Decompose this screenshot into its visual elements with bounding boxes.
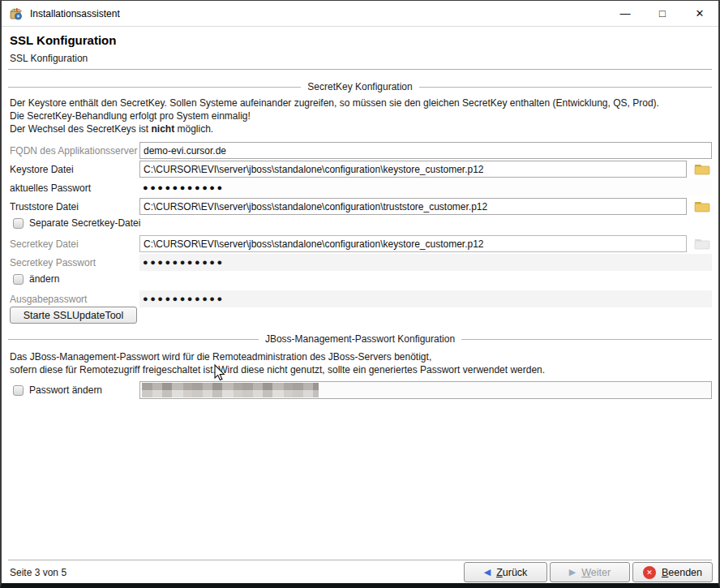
truststore-file-label: Truststore Datei <box>10 201 79 212</box>
quit-x-icon: ✕ <box>643 566 656 579</box>
divider <box>8 87 301 88</box>
secretkey-description: Der Keystore enthält den SecretKey. Soll… <box>10 97 659 135</box>
page-title: SSL Konfiguration <box>10 33 116 47</box>
fqdn-label: FQDN des Applikationsserver <box>10 145 137 157</box>
next-arrow-icon: ▶ <box>569 568 576 577</box>
close-button[interactable]: ✕ <box>681 1 718 26</box>
page-subtitle: SSL Konfiguration <box>10 53 88 64</box>
back-arrow-icon: ◀ <box>484 568 491 577</box>
output-password-field: ●●●●●●●●●●● <box>139 290 712 307</box>
secretkey-file-input <box>139 235 687 252</box>
truststore-file-input[interactable] <box>139 198 687 215</box>
page-indicator: Seite 3 von 5 <box>10 567 66 578</box>
secretkey-browse-button-disabled <box>692 235 712 252</box>
folder-icon <box>694 200 710 212</box>
separate-secretkey-checkbox[interactable] <box>13 218 24 229</box>
change-checkbox-label: ändern <box>29 273 59 285</box>
start-ssl-update-tool-button[interactable]: Starte SSLUpdateTool <box>10 307 137 324</box>
current-password-field[interactable]: ●●●●●●●●●●● <box>139 179 712 196</box>
folder-icon-disabled <box>694 238 710 250</box>
change-password-checkbox-row[interactable]: Passwort ändern <box>13 384 102 396</box>
quit-button[interactable]: ✕ Beenden <box>632 562 713 582</box>
change-password-checkbox-label: Passwort ändern <box>29 384 102 396</box>
jboss-password-field <box>139 381 712 399</box>
divider <box>8 339 259 340</box>
back-button[interactable]: ◀ Zurück <box>464 562 547 582</box>
divider <box>461 339 712 340</box>
blurred-password-value <box>142 383 319 397</box>
description-line: sofern diese für Remotezugriff freigesch… <box>10 363 545 376</box>
secretkey-password-label: Secretkey Passwort <box>10 257 96 268</box>
window-title: Installationsassistent <box>30 8 120 19</box>
keystore-browse-button[interactable] <box>692 161 712 178</box>
mouse-cursor <box>214 364 227 382</box>
keystore-file-input[interactable] <box>139 161 687 178</box>
separate-secretkey-checkbox-row[interactable]: Separate Secretkey-Datei <box>13 217 140 229</box>
divider <box>419 87 712 88</box>
titlebar: Installationsassistent — □ ✕ <box>2 1 718 27</box>
secretkey-file-label: Secretkey Datei <box>10 238 79 250</box>
header-divider <box>8 69 712 70</box>
secretkey-password-field: ●●●●●●●●●●● <box>139 254 712 271</box>
jboss-section-title: JBoss-Management-Passwort Konfiguration <box>265 333 455 345</box>
folder-icon <box>694 163 710 175</box>
secretkey-section-header: SecretKey Konfiguration <box>8 81 712 92</box>
fqdn-input[interactable] <box>139 142 712 159</box>
change-checkbox-row[interactable]: ändern <box>13 273 59 285</box>
keystore-file-label: Keystore Datei <box>10 164 74 175</box>
truststore-browse-button[interactable] <box>692 198 712 215</box>
current-password-label: aktuelles Passwort <box>10 182 91 194</box>
minimize-button[interactable]: — <box>606 1 644 26</box>
jboss-description: Das JBoss-Management-Passwort wird für d… <box>10 350 545 376</box>
installer-window: Installationsassistent — □ ✕ SSL Konfigu… <box>0 0 720 588</box>
description-line: Das JBoss-Management-Passwort wird für d… <box>10 350 545 363</box>
maximize-button[interactable]: □ <box>644 1 681 26</box>
separate-secretkey-checkbox-label: Separate Secretkey-Datei <box>29 217 140 229</box>
change-checkbox[interactable] <box>13 274 24 285</box>
jboss-section-header: JBoss-Management-Passwort Konfiguration <box>8 333 712 345</box>
footer-divider <box>8 560 712 560</box>
change-password-checkbox[interactable] <box>13 385 24 396</box>
window-controls: — □ ✕ <box>606 1 718 26</box>
description-line: Der Keystore enthält den SecretKey. Soll… <box>10 97 659 109</box>
description-line: Der Wechsel des SecretKeys ist nicht mög… <box>10 122 659 135</box>
secretkey-section-title: SecretKey Konfiguration <box>307 81 412 92</box>
next-button-disabled: ▶ Weiter <box>550 562 630 582</box>
output-password-label: Ausgabepasswort <box>10 294 87 305</box>
installer-package-icon <box>9 6 24 21</box>
description-line: Die SecretKey-Behandlung erfolgt pro Sys… <box>10 109 659 122</box>
